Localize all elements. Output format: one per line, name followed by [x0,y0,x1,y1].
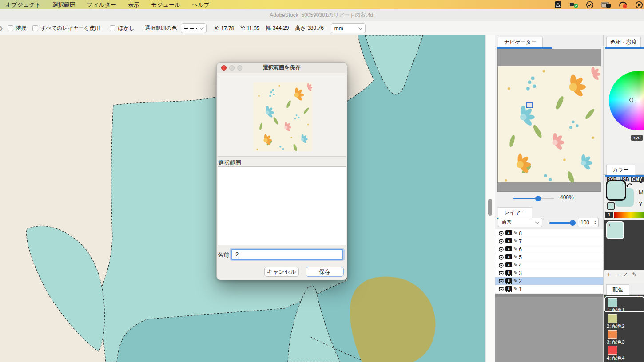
opacity-slider[interactable] [549,222,574,224]
hue-saturation-wheel[interactable] [609,71,644,130]
add-icon[interactable]: + [607,271,611,278]
menu-selection[interactable]: 選択範囲 [52,1,76,9]
contiguous-label: 隣接 [16,24,26,32]
layer-row[interactable]: 8 ✎ 6 [495,245,604,253]
triangle-app-icon[interactable] [554,1,562,8]
tab-palette[interactable]: 配色 [606,284,629,295]
scheme-item[interactable]: 3: 配色3 [604,328,644,344]
eye-icon[interactable] [498,278,504,284]
feather-checkbox[interactable]: ぼかし [110,24,134,32]
canvas-vertical-scrollbar[interactable] [485,35,495,362]
eye-icon[interactable] [498,270,504,276]
menu-filter[interactable]: フィルター [87,1,116,9]
foreground-color-swatch[interactable] [606,180,626,201]
dialog-title-bar[interactable]: 選択範囲を保存 [217,63,347,73]
bit-depth-badge: 8 [505,270,512,276]
scheme-item[interactable]: 2: 配色2 [604,312,644,328]
tab-navigator[interactable]: ナビゲーター [498,37,543,48]
tab-hue-saturation[interactable]: 色相・彩度 [606,37,641,48]
save-button[interactable]: 保存 [306,267,344,277]
selection-preview-image [253,82,312,151]
color-slot-panel: 1 [604,220,644,270]
scheme-item[interactable]: 4: 配色4 [604,344,644,360]
spectrum-bar[interactable] [614,212,644,218]
all-layers-checkbox[interactable]: すべてのレイヤーを使用 [32,24,100,32]
close-traffic-light[interactable] [221,65,227,71]
save-selection-dialog: 選択範囲を保存 選択範囲 名前 キャンセル 保存 [216,62,347,280]
chevron-down-icon [358,25,362,30]
keyboard-icon[interactable] [601,1,612,8]
scheme-swatch[interactable] [608,346,617,355]
selection-color-label: 選択範囲の色 [145,24,177,32]
menu-module[interactable]: モジュール [151,1,180,9]
remove-icon[interactable]: − [615,271,619,278]
eye-icon[interactable] [498,286,504,292]
scheme-item-selected[interactable]: 1: 配色1 [604,296,644,312]
blend-mode-dropdown[interactable]: 通常 [498,218,542,227]
layer-name: 4 [519,262,522,268]
selection-color-dropdown[interactable] [181,23,207,33]
scheme-swatch[interactable] [608,330,617,339]
pencil-icon: ✎ [513,239,517,244]
bit-depth-badge: 8 [505,286,512,292]
opacity-stepper[interactable]: ▲▼ [592,218,599,227]
scheme-swatch[interactable] [608,298,617,307]
scheme-swatch[interactable] [608,314,617,323]
eye-icon[interactable] [498,238,504,244]
layer-row-selected[interactable]: 8 ✎ 2 [495,277,604,285]
slider-thumb[interactable] [570,220,576,226]
edit-pencil-icon[interactable]: ✎ [632,272,636,278]
checkbox-box[interactable] [8,25,13,31]
color-slot-1[interactable]: 1 [606,221,624,239]
navigator-zoom-slider[interactable] [513,198,554,199]
layer-row[interactable]: 8 ✎ 1 [495,285,604,293]
plug-check-icon[interactable] [569,1,579,8]
layer-name: 8 [519,230,522,236]
tab-color[interactable]: カラー [606,165,635,176]
navigator-layers-panel: ナビゲーター 400% レイヤー 通常 100 ▲▼ [495,35,603,362]
layer-row[interactable]: 8 ✎ 8 [495,229,604,237]
menu-status-icons [554,0,643,9]
eye-icon[interactable] [498,262,504,268]
menu-help[interactable]: ヘルプ [192,1,210,9]
eye-icon[interactable] [498,246,504,252]
layer-row[interactable]: 8 ✎ 7 [495,237,604,245]
hue-value-badge: 175 [631,135,643,141]
layer-row[interactable]: 8 ✎ 4 [495,261,604,269]
wheel-marker[interactable] [629,98,633,102]
pencil-icon: ✎ [513,263,517,268]
apply-icon[interactable]: ✓ [623,272,628,278]
contiguous-checkbox[interactable]: 隣接 [8,24,26,32]
minimize-traffic-light[interactable] [229,65,235,71]
coord-y: Y: 11.05 [240,25,259,31]
scrollbar-thumb[interactable] [488,199,492,216]
eye-icon[interactable] [498,254,504,260]
layer-row[interactable]: 8 ✎ 3 [495,269,604,277]
circle-check-icon[interactable] [586,1,594,9]
selection-preview-box [218,75,346,157]
tab-layers[interactable]: レイヤー [498,207,532,218]
layer-row[interactable]: 8 ✎ 5 [495,253,604,261]
navigator-view-rect[interactable] [526,102,533,108]
eye-icon[interactable] [498,230,504,236]
menu-view[interactable]: 表示 [128,1,139,9]
pencil-icon: ✎ [513,279,517,283]
menu-object[interactable]: オブジェクト [5,1,41,9]
unit-value: mm [334,25,343,31]
checkbox-box[interactable] [32,25,38,31]
slider-thumb[interactable] [535,196,541,201]
circle-play-icon[interactable] [635,1,643,9]
saved-selections-list[interactable] [218,166,346,245]
pencil-icon: ✎ [513,287,517,291]
cancel-button[interactable]: キャンセル [264,267,299,277]
unit-dropdown[interactable]: mm [331,23,366,33]
selection-name-input[interactable] [231,249,343,260]
opacity-value[interactable]: 100 [578,218,592,227]
zoom-traffic-light[interactable] [237,65,242,71]
palette-tab-row: 配色 [604,283,644,295]
small-color-swatch[interactable] [607,202,615,210]
swap-colors-icon[interactable] [626,181,633,189]
screen-record-icon[interactable] [619,1,628,9]
checkbox-box[interactable] [110,25,115,31]
hue-sat-tab-row: 色相・彩度 [604,35,644,47]
